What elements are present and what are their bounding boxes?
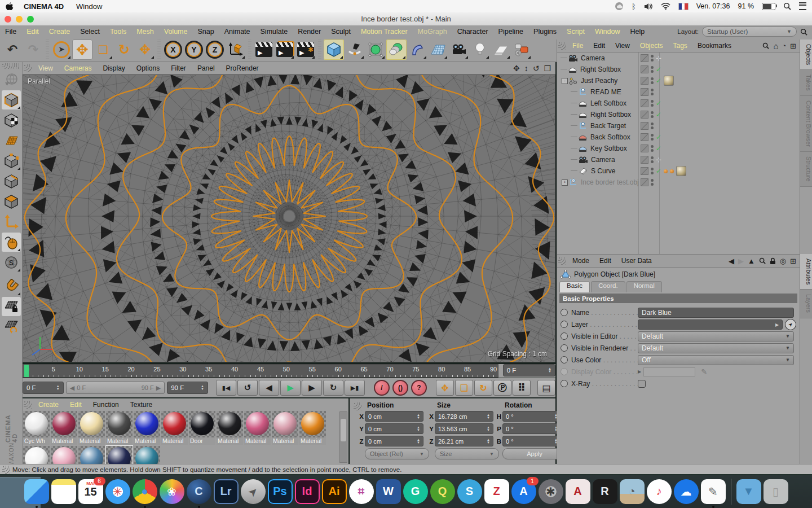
object-row-back-target[interactable]: 0Back Target xyxy=(557,120,800,132)
layer-flyout-icon[interactable]: ▸ xyxy=(775,321,779,329)
position-x-field[interactable]: 0 cm▲▼ xyxy=(365,411,423,422)
lock-z-button[interactable]: Z xyxy=(205,40,225,60)
menu-item-tools[interactable]: Tools xyxy=(105,28,131,36)
viewport-canvas[interactable] xyxy=(23,75,555,362)
apple-logo-icon[interactable] xyxy=(6,2,14,11)
goto-start-button[interactable]: ▮◀ xyxy=(216,380,236,396)
menubar-window-menu[interactable]: Window xyxy=(76,2,102,11)
object-row-s-curve[interactable]: S Curve✓ xyxy=(557,165,800,177)
material-thumbnail[interactable] xyxy=(51,446,77,464)
menu-item-mograph[interactable]: MoGraph xyxy=(413,28,452,36)
dock-downloads-folder[interactable]: ▼ xyxy=(736,479,761,504)
layer-color-box[interactable] xyxy=(641,122,648,130)
visibility-dots[interactable] xyxy=(651,168,654,174)
range-right-arrow-icon[interactable]: ▶ xyxy=(156,384,161,392)
undo-button[interactable]: ↶ xyxy=(2,40,23,60)
visibility-dots[interactable] xyxy=(651,179,654,186)
texture-mode-button[interactable] xyxy=(2,111,21,130)
texture-tag-thumbnail[interactable] xyxy=(664,76,674,86)
dock-app-store[interactable]: A1 xyxy=(511,479,536,504)
battery-icon[interactable] xyxy=(762,3,775,10)
dock-rhino[interactable]: R xyxy=(593,479,617,504)
visibility-dots[interactable] xyxy=(651,145,654,152)
live-selection-button[interactable]: ➤ xyxy=(51,40,72,60)
menu-item-volume[interactable]: Volume xyxy=(159,28,193,36)
stepper-icon[interactable]: ▲▼ xyxy=(487,426,490,432)
object-row-ince-border-test-obj[interactable]: +0Ince border test.obj xyxy=(557,177,800,188)
viewport-menu-panel[interactable]: Panel xyxy=(192,64,220,72)
viewport[interactable] xyxy=(23,75,555,362)
keyframe-circle-icon[interactable] xyxy=(561,309,568,316)
keyframe-circle-icon[interactable] xyxy=(561,332,568,340)
redo-button[interactable]: ↷ xyxy=(23,40,43,60)
dock-skype[interactable]: S xyxy=(457,479,482,504)
dock-textedit[interactable]: ✎ xyxy=(701,479,726,504)
menu-item-simulate[interactable]: Simulate xyxy=(255,28,293,36)
position-mode-dropdown[interactable]: Object (Rel)▼ xyxy=(365,448,429,459)
pan-view-icon[interactable]: ✥ xyxy=(513,64,520,73)
material-thumbnail[interactable]: Material xyxy=(134,411,160,445)
wifi-icon[interactable] xyxy=(661,3,670,10)
search-commander-icon[interactable] xyxy=(800,28,807,36)
side-tab-takes[interactable]: Takes xyxy=(800,70,812,96)
autokey-question-button[interactable]: ? xyxy=(411,380,427,396)
dock-slack[interactable]: ⌗ xyxy=(349,479,374,504)
goto-end-button[interactable]: ▶▮ xyxy=(345,380,365,396)
layer-color-box[interactable] xyxy=(641,77,648,85)
dock-illustrator[interactable]: Ai xyxy=(322,479,347,504)
dock-finder[interactable] xyxy=(24,479,49,504)
name-input[interactable]: Dark Blue xyxy=(638,308,794,318)
om-menu-objects[interactable]: Objects xyxy=(635,42,668,50)
layer-color-box[interactable] xyxy=(641,99,648,107)
start-frame-field[interactable]: 0 F ▲▼ xyxy=(23,382,64,394)
dock-launcher-rocket[interactable]: ➤ xyxy=(241,479,266,504)
use-color-dropdown[interactable]: Off▼ xyxy=(638,355,794,365)
dock-lightroom[interactable]: Lr xyxy=(214,479,239,504)
layer-color-box[interactable] xyxy=(641,54,648,62)
visibility-dots[interactable] xyxy=(651,134,654,141)
layout-dropdown[interactable]: Startup (User) ▼ xyxy=(702,27,797,37)
visible-in-editor-dropdown[interactable]: Default▼ xyxy=(638,331,794,341)
menu-item-snap[interactable]: Snap xyxy=(192,28,219,36)
visibility-dots[interactable] xyxy=(651,55,654,62)
keyframe-circle-icon[interactable] xyxy=(561,356,568,364)
dock-zotero[interactable]: Z xyxy=(484,479,509,504)
menu-item-file[interactable]: File xyxy=(0,28,21,36)
object-row-left-softbox[interactable]: Left Softbox✓ xyxy=(557,98,800,109)
x-ray-checkbox[interactable] xyxy=(638,380,646,388)
object-row-right-softbox[interactable]: Right Softbox✓ xyxy=(557,109,800,120)
prev-frame-button[interactable]: ◀ xyxy=(259,380,279,396)
playhead[interactable] xyxy=(24,365,29,377)
material-thumbnail[interactable] xyxy=(78,446,105,464)
layer-color-box[interactable] xyxy=(641,178,648,186)
pen-spline-button[interactable] xyxy=(345,40,365,60)
spotlight-search-icon[interactable] xyxy=(783,2,791,10)
object-row-right-softbox[interactable]: Right Softbox✓ xyxy=(557,64,800,75)
next-frame-button[interactable]: ▶ xyxy=(302,380,322,396)
attribute-tab-normal[interactable]: Normal xyxy=(626,281,662,292)
layer-color-box[interactable] xyxy=(641,144,648,152)
align-workplane-button[interactable] xyxy=(2,317,21,336)
dock-safari[interactable]: ✳ xyxy=(105,479,130,504)
notification-center-icon[interactable] xyxy=(799,2,806,10)
snap-s-badge-button[interactable]: S xyxy=(2,253,21,272)
stepper-icon[interactable]: ▲▼ xyxy=(545,367,551,373)
dock-trash[interactable]: ▯ xyxy=(764,479,788,504)
add-cube-primitive-button[interactable] xyxy=(324,40,344,60)
add-panel-icon[interactable]: ⊞ xyxy=(790,42,796,50)
layer-color-box[interactable] xyxy=(641,167,648,175)
dock-onedrive[interactable]: ☁ xyxy=(674,479,699,504)
bend-deformer-button[interactable] xyxy=(407,40,427,60)
key-rotation-button[interactable]: ↻ xyxy=(474,380,492,396)
menu-item-mesh[interactable]: Mesh xyxy=(131,28,159,36)
eye-icon[interactable]: ◔ xyxy=(782,42,786,49)
keyframe-circle-icon[interactable] xyxy=(561,380,568,387)
material-menu-edit[interactable]: Edit xyxy=(64,401,87,409)
environment-object-button[interactable] xyxy=(491,40,511,60)
viewport-menu-options[interactable]: Options xyxy=(131,64,165,72)
size-x-field[interactable]: 16.728 cm▲▼ xyxy=(435,411,493,422)
key-scale-button[interactable]: ❏ xyxy=(455,380,473,396)
rotation-h-field[interactable]: 0 °▲▼ xyxy=(502,411,561,422)
visibility-dots[interactable] xyxy=(651,100,654,107)
material-menu-create[interactable]: Create xyxy=(33,401,64,409)
